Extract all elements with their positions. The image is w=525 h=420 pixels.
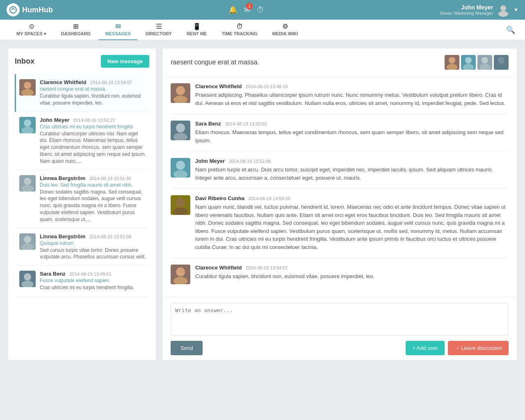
- message: Sara Benz 2014-08-19 13:50:02 Etiam rhon…: [171, 121, 509, 151]
- message: John Meyer 2014-08-19 13:52:48 Nam preti…: [171, 158, 509, 189]
- message-time: 2014-08-19 13:54:07: [246, 265, 288, 270]
- svg-point-30: [173, 277, 187, 284]
- avatar: [171, 83, 190, 103]
- message-preview: Curabitur ligula sapien, tincidunt non, …: [40, 93, 146, 107]
- nav-item-rent-me[interactable]: 📱 RENT ME: [180, 19, 214, 40]
- message-preview-short: Cras ultricies mi eu turpis hendrerit fr…: [40, 124, 146, 130]
- conversation-title: raesent congue erat at massa.: [171, 59, 259, 66]
- message-text: Praesent adipiscing. Phasellus ullamcorp…: [195, 91, 509, 107]
- inbox-header: Inbox New message: [15, 55, 149, 68]
- navigation: ⊙ MY SPACES ▾ ⊞ DASHBOARD ✉ MESSAGES ☰ D…: [0, 20, 525, 40]
- message: Clarence Whitfield 2014-08-19 13:54:07 C…: [171, 265, 509, 291]
- message-time: 2014-08-19 13:54:07: [90, 80, 132, 85]
- message-preview-short: Quisque rutrum: [40, 240, 146, 246]
- main-content: Inbox New message Clarence Whitfield 201…: [0, 40, 525, 368]
- logo-icon: [7, 3, 20, 16]
- message-preview-short: raesent congue erat at massa.: [40, 86, 146, 92]
- svg-point-10: [21, 243, 34, 250]
- new-message-button[interactable]: New message: [101, 55, 149, 68]
- nav-item-time-tracking[interactable]: ⏱ TIME TRACKING: [215, 20, 264, 40]
- svg-point-9: [24, 236, 31, 243]
- svg-point-0: [10, 7, 16, 13]
- svg-point-11: [24, 273, 31, 281]
- message-body: Sara Benz 2014-08-19 13:50:02 Etiam rhon…: [195, 121, 509, 144]
- message-badge: 1: [246, 3, 253, 9]
- participant-avatars: [445, 55, 509, 70]
- message-time: 2014-08-19 13:51:09: [89, 234, 131, 239]
- conversation-header: raesent congue erat at massa.: [162, 48, 517, 77]
- svg-point-27: [176, 198, 185, 207]
- svg-point-1: [500, 5, 506, 11]
- svg-point-16: [463, 64, 474, 70]
- logo[interactable]: HumHub: [7, 3, 53, 16]
- reply-actions: Send + Add user → Leave discussion: [171, 341, 509, 355]
- sender-name: Clarence Whitfield: [40, 79, 86, 85]
- list-item[interactable]: John Meyer 2014-08-19 13:52:27 Cras ultr…: [15, 112, 149, 170]
- send-button[interactable]: Send: [171, 341, 203, 355]
- list-item[interactable]: Linnea Bergström 2014-08-19 13:51:30 Dui…: [15, 170, 149, 228]
- svg-point-28: [173, 208, 187, 215]
- list-item[interactable]: Clarence Whitfield 2014-08-19 13:54:07 r…: [15, 74, 149, 112]
- svg-point-21: [176, 86, 185, 95]
- user-name: John Meyer: [440, 4, 493, 11]
- svg-point-23: [176, 123, 185, 132]
- participant-avatar: [477, 55, 492, 70]
- message-preview: Sed cursus turpis vitae tortor. Donec po…: [40, 247, 146, 261]
- inbox-title: Inbox: [15, 57, 34, 66]
- svg-point-14: [447, 64, 457, 70]
- user-profile[interactable]: John Meyer Senior Marketing Manager ▼: [440, 3, 518, 17]
- message-text: Etiam rhoncus. Maecenas tempus, tellus e…: [195, 128, 509, 144]
- message-text: Nam quam nunc, blandit vel, luctus pulvi…: [195, 203, 509, 251]
- my-spaces-icon: ⊙: [29, 23, 34, 30]
- svg-point-26: [173, 170, 187, 178]
- conversation-panel: raesent congue erat at massa.: [162, 48, 517, 360]
- nav-label-dashboard: DASHBOARD: [61, 31, 91, 36]
- message-time: 2014-08-19 13:52:27: [73, 118, 115, 123]
- inbox-item-content: Linnea Bergström 2014-08-19 13:51:09 Qui…: [40, 233, 146, 261]
- nav-item-messages[interactable]: ✉ MESSAGES: [98, 19, 137, 40]
- avatar: [496, 3, 510, 17]
- messages-icon[interactable]: ✉ 1: [244, 5, 250, 14]
- message-text: Curabitur ligula sapien, tincidunt non, …: [195, 272, 509, 281]
- nav-item-media-wiki[interactable]: ⚙ MEDIA WIKI: [266, 19, 305, 40]
- nav-label-time-tracking: TIME TRACKING: [221, 31, 257, 36]
- nav-items: ⊙ MY SPACES ▾ ⊞ DASHBOARD ✉ MESSAGES ☰ D…: [10, 19, 304, 41]
- inbox-list: Clarence Whitfield 2014-08-19 13:54:07 r…: [15, 74, 149, 297]
- add-user-button[interactable]: + Add user: [406, 341, 445, 355]
- message-preview: Donec sodales sagittis magna. Sed conseq…: [40, 189, 146, 223]
- message-preview-short: Duis leo. Sed fringilla mauris sit amet …: [40, 182, 146, 188]
- svg-point-5: [24, 119, 31, 127]
- history-icon[interactable]: ⏱: [257, 6, 264, 14]
- message-author: Clarence Whitfield: [195, 83, 242, 89]
- avatar: [19, 79, 36, 96]
- list-item[interactable]: Sara Benz 2014-08-19 13:49:51 Fusce vulp…: [15, 266, 149, 297]
- reply-input[interactable]: [171, 303, 509, 336]
- message-text: Nam pretium turpis et arcu. Duis arcu to…: [195, 166, 509, 182]
- message-author: John Meyer: [195, 158, 225, 164]
- avatar: [171, 195, 190, 215]
- nav-item-dashboard[interactable]: ⊞ DASHBOARD: [55, 19, 97, 40]
- avatar: [19, 117, 36, 133]
- message-preview: Cras ultricies mi eu turpis hendrerit fr…: [40, 284, 146, 291]
- participant-avatar: [461, 55, 476, 70]
- app-name: HumHub: [22, 6, 53, 14]
- nav-item-my-spaces[interactable]: ⊙ MY SPACES ▾: [10, 19, 53, 41]
- nav-item-directory[interactable]: ☰ DIRECTORY: [139, 19, 178, 40]
- svg-point-6: [21, 127, 34, 133]
- inbox-item-content: Clarence Whitfield 2014-08-19 13:54:07 r…: [40, 79, 146, 107]
- reply-area: Send + Add user → Leave discussion: [162, 297, 517, 360]
- sender-name: John Meyer: [40, 117, 69, 123]
- svg-point-12: [21, 281, 34, 287]
- list-item[interactable]: Linnea Bergström 2014-08-19 13:51:09 Qui…: [15, 228, 149, 266]
- nav-label-media-wiki: MEDIA WIKI: [272, 31, 298, 36]
- message-body: Clarence Whitfield 2014-08-19 13:48:19 P…: [195, 83, 509, 107]
- avatar: [171, 121, 190, 140]
- notification-icon[interactable]: 🔔: [228, 5, 237, 14]
- search-icon[interactable]: 🔍: [506, 25, 515, 34]
- sender-name: Sara Benz: [40, 271, 66, 277]
- svg-point-19: [498, 57, 504, 64]
- message-preview-short: Fusce vulputate eleifend sapien.: [40, 278, 146, 283]
- leave-discussion-button[interactable]: → Leave discussion: [448, 341, 509, 355]
- svg-point-3: [24, 82, 31, 89]
- nav-label-directory: DIRECTORY: [146, 31, 172, 36]
